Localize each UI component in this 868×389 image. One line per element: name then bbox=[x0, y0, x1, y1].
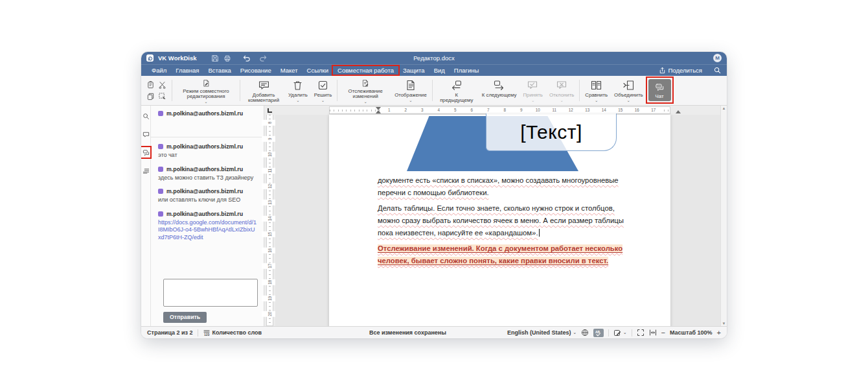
tab-stop-icon bbox=[268, 108, 272, 113]
user-color-avatar bbox=[158, 167, 163, 172]
right-indent-marker[interactable] bbox=[676, 110, 681, 113]
cut-icon[interactable] bbox=[157, 80, 167, 89]
ruler-number: 1 bbox=[381, 107, 398, 113]
search-icon[interactable] bbox=[714, 67, 721, 74]
track-changes-button[interactable]: Отслеживание изменений ⌄ bbox=[339, 77, 391, 104]
ruler-number: 9 bbox=[513, 107, 530, 113]
accept-change-button[interactable]: Принять ⌄ bbox=[520, 77, 545, 104]
print-icon[interactable] bbox=[223, 54, 231, 62]
chat-message: m.polkina@authors.bizml.ru или оставлять… bbox=[158, 188, 257, 204]
ruler-number: 10 bbox=[530, 107, 547, 113]
chevron-down-icon: ⌄ bbox=[321, 99, 325, 102]
word-count-button[interactable]: 123 Количество слов bbox=[203, 329, 262, 336]
left-indent-marker[interactable] bbox=[376, 110, 381, 113]
display-mode-button[interactable]: Отображение ⌄ bbox=[391, 77, 430, 104]
spellcheck-toggle[interactable]: АБ bbox=[593, 329, 604, 337]
scroll-down-icon[interactable]: ▼ bbox=[722, 322, 726, 325]
fullscreen-button[interactable] bbox=[637, 329, 645, 336]
track-changes-label: Отслеживание изменений bbox=[348, 88, 383, 100]
text-placeholder-box[interactable]: [Текст] bbox=[486, 113, 617, 151]
sidebar-chat-icon[interactable] bbox=[142, 148, 150, 156]
prev-change-button[interactable]: К предыдущему bbox=[435, 77, 479, 104]
language-selector[interactable]: English (United States) ⌄ bbox=[507, 329, 577, 336]
menu-collaboration[interactable]: Совместная работа bbox=[333, 65, 398, 75]
svg-text:АБ: АБ bbox=[595, 329, 600, 333]
share-icon bbox=[659, 67, 666, 74]
statusbar: Страница 2 из 2 123 Количество слов Все … bbox=[141, 326, 727, 338]
coedit-mode-button[interactable]: Режим совместного редактирования ⌄ bbox=[174, 77, 238, 104]
chevron-down-icon: ⌄ bbox=[204, 100, 207, 104]
fullscreen-icon bbox=[637, 329, 645, 336]
menu-plugins[interactable]: Плагины bbox=[450, 65, 484, 75]
chat-message-input[interactable] bbox=[163, 279, 258, 307]
paste-icon[interactable] bbox=[146, 80, 155, 89]
chat-toolbar-button[interactable]: Чат bbox=[648, 79, 671, 101]
chevron-down-icon: ⌄ bbox=[363, 100, 367, 104]
reject-change-button[interactable]: Отклонить ⌄ bbox=[546, 77, 577, 104]
language-label: English (United States) bbox=[507, 329, 571, 336]
outline-icon[interactable] bbox=[142, 167, 150, 174]
delete-button[interactable]: Удалить ⌄ bbox=[285, 77, 311, 104]
zoom-in-icon[interactable]: + bbox=[717, 329, 721, 336]
chat-message: m.polkina@authors.bizml.ru это чат bbox=[158, 143, 257, 159]
statusbar-divider bbox=[608, 329, 609, 336]
compare-button[interactable]: Сравнить ⌄ bbox=[582, 77, 611, 104]
chat-message-link[interactable]: https://docs.google.com/document/d/1I8MI… bbox=[158, 219, 257, 242]
prev-change-icon bbox=[450, 79, 463, 91]
comments-icon[interactable] bbox=[142, 130, 150, 138]
redo-icon[interactable] bbox=[259, 54, 268, 62]
menu-layout[interactable]: Макет bbox=[276, 65, 303, 75]
menu-insert[interactable]: Вставка bbox=[204, 65, 236, 75]
menubar: Файл Главная Вставка Рисование Макет Ссы… bbox=[141, 64, 727, 76]
page-indicator[interactable]: Страница 2 из 2 bbox=[147, 329, 193, 336]
add-comment-label: Добавить комментарий bbox=[248, 92, 279, 104]
add-comment-button[interactable]: Добавить комментарий bbox=[242, 77, 285, 104]
chat-message: m.polkina@authors.bizml.ru bbox=[158, 110, 257, 119]
menu-home[interactable]: Главная bbox=[171, 65, 203, 75]
resolve-button[interactable]: Решить ⌄ bbox=[311, 77, 335, 104]
chat-message-text: или оставлять ключи для SEO bbox=[158, 196, 257, 204]
select-icon[interactable] bbox=[157, 91, 167, 101]
edit-mode-button[interactable]: ⌄ bbox=[613, 329, 626, 336]
next-change-button[interactable]: К следующему bbox=[479, 77, 520, 104]
document-page[interactable]: [Текст] документе есть «списки в списках… bbox=[329, 115, 670, 326]
merge-button[interactable]: Объединить ⌄ bbox=[611, 77, 646, 104]
track-changes-icon bbox=[360, 79, 372, 88]
scroll-up-icon[interactable]: ▲ bbox=[722, 106, 726, 110]
user-avatar[interactable]: M bbox=[713, 54, 722, 62]
menu-references[interactable]: Ссылки bbox=[303, 65, 333, 75]
tab-selector[interactable] bbox=[264, 106, 275, 115]
vertical-scrollbar[interactable]: ▲ ▼ bbox=[720, 106, 727, 326]
ruler-number: 15 bbox=[612, 107, 629, 113]
tracked-change-paragraph: Отслеживание изменений. Когда с документ… bbox=[378, 242, 628, 267]
toolbar-divider bbox=[337, 80, 337, 101]
send-button[interactable]: Отправить bbox=[163, 312, 207, 323]
menu-file[interactable]: Файл bbox=[147, 65, 171, 75]
menu-view[interactable]: Вид bbox=[429, 65, 450, 75]
share-button[interactable]: Поделиться bbox=[659, 67, 702, 74]
zoom-out-icon[interactable]: − bbox=[661, 329, 665, 336]
ruler-number: 11 bbox=[546, 107, 563, 113]
globe-icon[interactable] bbox=[581, 329, 589, 336]
document-text[interactable]: документе есть «списки в списках», можно… bbox=[378, 174, 628, 270]
word-count-label: Количество слов bbox=[212, 329, 262, 336]
chat-icon bbox=[654, 82, 666, 93]
chat-message-author: m.polkina@authors.bizml.ru bbox=[166, 188, 243, 194]
share-label: Поделиться bbox=[668, 67, 702, 74]
chat-divider bbox=[151, 137, 264, 137]
save-status: Все изменения сохранены bbox=[369, 329, 446, 336]
copy-icon[interactable] bbox=[146, 91, 155, 101]
collaboration-toolbar: Режим совместного редактирования ⌄ Добав… bbox=[141, 76, 727, 106]
undo-icon[interactable] bbox=[242, 54, 251, 62]
search-icon[interactable] bbox=[142, 112, 150, 120]
zoom-level[interactable]: Масштаб 100% bbox=[670, 329, 713, 336]
menu-protection[interactable]: Защита bbox=[398, 65, 429, 75]
chat-message-text: здесь можно ставить ТЗ дизайнеру bbox=[158, 174, 257, 182]
save-icon[interactable] bbox=[211, 54, 219, 62]
fit-width-button[interactable] bbox=[649, 329, 657, 336]
user-color-avatar bbox=[158, 189, 163, 194]
toolbar-divider bbox=[579, 80, 580, 101]
menu-draw[interactable]: Рисование bbox=[236, 65, 276, 75]
statusbar-divider bbox=[198, 329, 198, 336]
clipboard-group bbox=[146, 77, 167, 104]
